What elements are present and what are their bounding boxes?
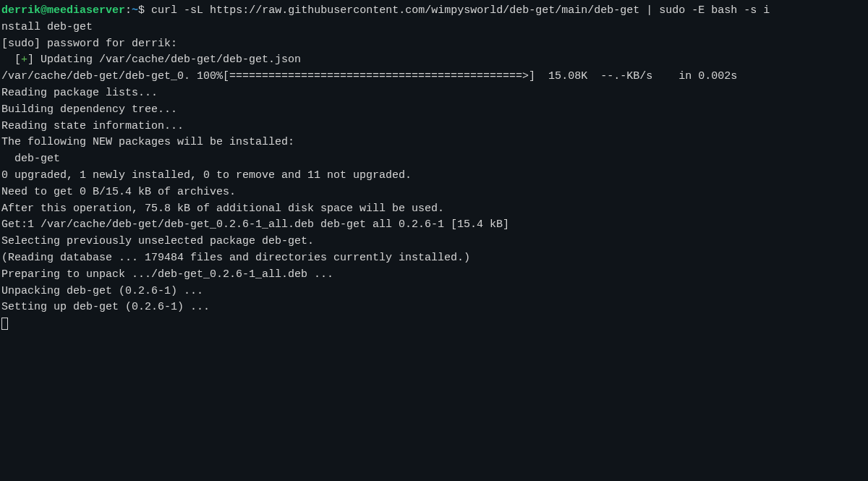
command-text-1: curl -sL https://raw.githubusercontent.c…	[151, 4, 770, 17]
output-line: The following NEW packages will be insta…	[1, 135, 867, 151]
output-line: Reading package lists...	[1, 85, 867, 102]
bracket-suffix: ] Updating /var/cache/deb-get/deb-get.js…	[27, 54, 301, 66]
output-line: (Reading database ... 179484 files and d…	[1, 250, 867, 267]
output-line: Unpacking deb-get (0.2.6-1) ...	[1, 284, 867, 300]
output-line: [sudo] password for derrik:	[1, 36, 867, 53]
command-continuation: nstall deb-get	[1, 20, 867, 36]
output-line: [+] Updating /var/cache/deb-get/deb-get.…	[1, 52, 867, 69]
cursor-line	[1, 316, 867, 333]
output-line: Setting up deb-get (0.2.6-1) ...	[1, 299, 867, 316]
prompt-colon: :	[125, 4, 132, 17]
output-line: 0 upgraded, 1 newly installed, 0 to remo…	[1, 168, 867, 184]
prompt-user: derrik	[1, 4, 41, 17]
output-line: Reading state information...	[1, 119, 867, 135]
prompt-path: ~	[132, 4, 138, 17]
prompt-at: @	[41, 4, 47, 17]
output-line-progress: /var/cache/deb-get/deb-get_0. 100%[=====…	[1, 69, 867, 85]
plus-icon: +	[21, 54, 27, 66]
prompt-host: meediaserver	[47, 4, 125, 17]
output-line: Get:1 /var/cache/deb-get/deb-get_0.2.6-1…	[1, 217, 867, 234]
output-line: deb-get	[1, 151, 867, 168]
output-line: Building dependency tree...	[1, 102, 867, 119]
output-line: Preparing to unpack .../deb-get_0.2.6-1_…	[1, 267, 867, 284]
prompt-dollar: $	[138, 4, 151, 17]
output-line: Selecting previously unselected package …	[1, 234, 867, 250]
prompt-line: derrik@meediaserver:~$ curl -sL https://…	[1, 3, 867, 20]
terminal-output[interactable]: derrik@meediaserver:~$ curl -sL https://…	[1, 3, 867, 333]
output-line: Need to get 0 B/15.4 kB of archives.	[1, 184, 867, 201]
bracket-prefix: [	[1, 54, 21, 66]
cursor-icon	[1, 318, 8, 330]
output-line: After this operation, 75.8 kB of additio…	[1, 201, 867, 218]
